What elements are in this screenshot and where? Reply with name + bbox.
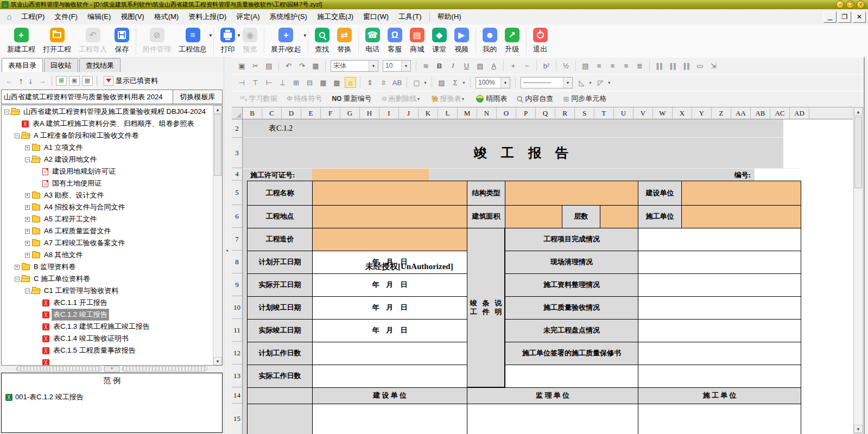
tree-item[interactable]: −C1 工程管理与验收资料 <box>2 285 213 297</box>
row-header-11[interactable]: 11 <box>232 319 242 342</box>
form-cell-r9-A[interactable]: 实际开工日期 <box>247 273 313 297</box>
font-size-combo[interactable]: 10▼ <box>383 60 411 72</box>
seal-stamp-icon[interactable]: ▧ <box>436 77 447 88</box>
form-cell-r5-H[interactable] <box>681 181 801 206</box>
diagonal-box-icon[interactable]: ◸ <box>595 77 606 88</box>
find-button[interactable]: 查找 <box>311 27 333 55</box>
example-item[interactable]: ╳ 001-表C.1.2 竣工报告 <box>5 392 222 402</box>
form-cell-r11-D-F[interactable]: 未完工程盘点情况 <box>505 319 638 342</box>
reduce-font-icon[interactable]: − <box>521 60 533 71</box>
form-cell-r6-A[interactable]: 工程地点 <box>247 205 313 228</box>
tab-recycle-bin[interactable]: 回收站 <box>44 58 78 72</box>
row-header-13[interactable]: 13 <box>232 365 242 387</box>
autosum-dropdown-icon[interactable]: ▼ <box>462 81 466 85</box>
content-self-check-button[interactable]: 内容自查 <box>517 94 553 104</box>
inspection-form-dropdown-icon[interactable]: ▼ <box>461 97 465 101</box>
form-cell-r5-A[interactable]: 工程名称 <box>247 181 313 206</box>
draw-strikeline-dropdown-icon[interactable]: ▼ <box>416 97 420 101</box>
shading-icon[interactable]: ≋ <box>420 60 432 71</box>
filter-filled-toggle[interactable]: 显示已填资料 <box>104 76 158 86</box>
clear-format-icon[interactable]: ▦ <box>310 60 321 71</box>
tree-item[interactable]: ╳表C.1.3 建筑工程施工竣工报告 <box>2 321 213 333</box>
tab-form-directory[interactable]: 表格目录 <box>2 58 43 73</box>
tree-item[interactable]: +A7 工程竣工验收备案文件 <box>2 237 213 249</box>
column-header-E[interactable]: E <box>301 107 321 119</box>
align-center-icon[interactable]: ≡ <box>607 60 618 71</box>
form-cell-r14-C-F[interactable]: 监 理 单 位 <box>467 387 638 404</box>
lock-cell-icon[interactable]: ⌂ <box>345 77 356 88</box>
tree-item[interactable]: ╳表C.1.1 开工报告 <box>2 297 213 309</box>
diagonal-line-dropdown-icon[interactable]: ▼ <box>588 81 592 85</box>
vertical-text-left-icon[interactable]: ∥∥ <box>654 60 665 71</box>
form-cell-r13-B[interactable] <box>312 365 467 388</box>
column-header-P[interactable]: P <box>516 107 536 119</box>
tree-item[interactable]: ╳表C.1.4 竣工验收证明书 <box>2 333 213 344</box>
selection-box-icon[interactable]: ▭ <box>694 60 706 71</box>
increase-row-height-icon[interactable]: ⇕ <box>364 77 376 88</box>
add-table-icon[interactable]: ⊞ <box>56 76 67 86</box>
tree-item[interactable]: +A1 立项文件 <box>2 142 213 154</box>
project-info-dropdown-icon[interactable]: ▼ <box>208 33 213 38</box>
form-cell-r9-D-F[interactable]: 施工资料整理情况 <box>505 273 638 297</box>
column-header-K[interactable]: K <box>419 107 438 119</box>
zoom-level-dropdown-icon[interactable]: ▼ <box>500 78 510 88</box>
upgrade-button[interactable]: ↗升级 <box>501 27 523 55</box>
video-button[interactable]: ▶视频 <box>451 27 473 55</box>
expand-collapse-button[interactable]: +展开/收起▼ <box>267 27 305 55</box>
row-header-6[interactable]: 6 <box>232 205 242 228</box>
form-cell-r10-A[interactable]: 计划竣工日期 <box>247 296 313 320</box>
collapse-expander-icon[interactable]: − <box>15 133 20 138</box>
table-options-icon[interactable]: ▦ <box>82 76 93 86</box>
collapse-expander-icon[interactable]: − <box>15 277 20 282</box>
delete-cells-icon[interactable]: ⊟ <box>304 77 315 88</box>
column-header-Q[interactable]: Q <box>536 107 555 119</box>
menu-item-1[interactable]: 工程(P) <box>16 11 49 23</box>
tree-scrollbar[interactable]: ▲ ▼ <box>213 105 222 365</box>
column-header-R[interactable]: R <box>555 107 575 119</box>
paragraph-format-icon[interactable]: ▤ <box>580 60 591 71</box>
tree-item[interactable]: −A 工程准备阶段和竣工验收文件卷 <box>2 130 213 142</box>
expand-expander-icon[interactable]: + <box>25 145 30 150</box>
form-cell-r13-A[interactable]: 实际工作日数 <box>247 365 313 388</box>
learn-data-button[interactable]: ¹²₃学习数据 <box>240 94 277 104</box>
form-cell-r10-B[interactable]: 年 月 日 <box>312 296 467 320</box>
sync-cells-button[interactable]: ⊞同步单元格 <box>563 94 606 104</box>
home-icon[interactable]: ⌂ <box>4 12 14 21</box>
form-cell-r8-G-H[interactable] <box>638 251 801 274</box>
column-header-C[interactable]: C <box>262 107 282 119</box>
nav-right-icon[interactable]: → <box>38 76 46 85</box>
close-button[interactable]: ✕ <box>857 1 865 9</box>
redo-icon[interactable]: ↷ <box>296 60 308 71</box>
expand-collapse-dropdown-icon[interactable]: ▼ <box>303 33 307 38</box>
form-cell-r15-A[interactable] <box>247 404 313 434</box>
form-cell-r6-D[interactable] <box>505 205 562 228</box>
column-header-Y[interactable]: Y <box>692 107 712 119</box>
menu-item-5[interactable]: 格式(M) <box>149 11 184 23</box>
expand-expander-icon[interactable]: + <box>15 265 20 270</box>
form-cell-r11-G-H[interactable] <box>638 319 801 342</box>
form-cell-r12-D-F[interactable]: 施工单位签署的施工质量保修书 <box>505 342 638 365</box>
nav-up-icon[interactable]: ↑ <box>19 76 23 85</box>
special-symbols-button[interactable]: Φ特殊符号 <box>287 94 322 104</box>
menu-item-3[interactable]: 编辑(E) <box>83 11 116 23</box>
zoom-level-combo[interactable]: 100%▼ <box>476 77 510 88</box>
tree-item[interactable]: +A5 工程开工文件 <box>2 213 213 225</box>
menu-item-6[interactable]: 资料上报(D) <box>183 11 231 23</box>
row-header-14[interactable]: 14 <box>232 387 242 404</box>
diagonal-box-dropdown-icon[interactable]: ▼ <box>607 81 611 85</box>
form-cell-r6-B[interactable] <box>312 205 467 228</box>
insert-image-icon[interactable]: ▢ <box>411 77 422 88</box>
new-project-button[interactable]: +新建工程 <box>3 27 39 55</box>
row-header-7[interactable]: 7 <box>232 228 242 251</box>
menu-item-4[interactable]: 视图(V) <box>116 11 149 23</box>
column-header-F[interactable]: F <box>321 107 340 119</box>
tree-item[interactable]: −山西省建筑工程资料管理及施工质量验收规程 DBJ04-2024 <box>2 106 213 118</box>
form-cell-r9-G-H[interactable] <box>638 273 801 297</box>
form-cell-r10-G-H[interactable] <box>638 296 801 320</box>
form-cell-r5-B[interactable] <box>312 181 467 206</box>
form-cell-r7-B[interactable] <box>312 228 467 251</box>
row-header-2[interactable]: 2 <box>232 119 242 138</box>
font-color-icon[interactable]: A <box>488 60 499 71</box>
row-header-10[interactable]: 10 <box>232 296 242 319</box>
form-cell-r15-C-F[interactable] <box>467 404 638 434</box>
